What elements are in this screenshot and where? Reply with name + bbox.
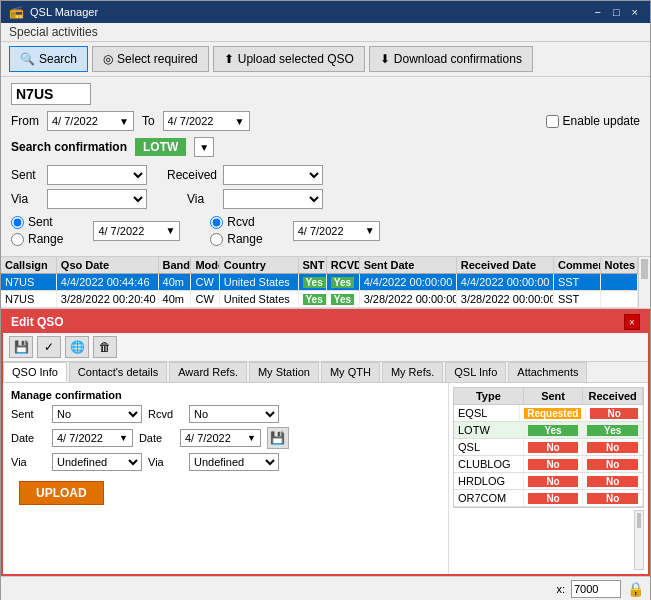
sent-select[interactable] (47, 165, 147, 185)
window-title: QSL Manager (30, 6, 98, 18)
edit-qso-title: Edit QSO (11, 315, 64, 329)
conf-table: Type Sent Received EQSL Requested No LOT… (453, 387, 644, 508)
delete-button[interactable]: 🗑 (93, 336, 117, 358)
table-row[interactable]: N7US 4/4/2022 00:44:46 40m CW United Sta… (1, 274, 638, 291)
tab-qsl-info[interactable]: QSL Info (445, 362, 506, 382)
cell-comment: SST (554, 274, 601, 290)
confirm-button[interactable]: ✓ (37, 336, 61, 358)
menu-item-special[interactable]: Special activities (9, 25, 98, 39)
cell-notes (601, 291, 638, 307)
search-conf-label: Search confirmation (11, 140, 127, 154)
rcvd-date-field[interactable]: ▼ (293, 221, 380, 241)
sent-date-field[interactable]: ▼ (93, 221, 180, 241)
rcvd-date-input[interactable] (298, 225, 363, 237)
conf-cell-rcvd: No (583, 473, 643, 489)
sent-date-input[interactable] (98, 225, 163, 237)
via-rcvd-select[interactable] (223, 189, 323, 209)
web-button[interactable]: 🌐 (65, 336, 89, 358)
conf-cell-type: LOTW (454, 422, 524, 438)
callsign-input[interactable] (11, 83, 91, 105)
date-form-label2: Date (139, 432, 174, 444)
rcvd-radio[interactable] (210, 216, 223, 229)
conf-row-lotw: LOTW Yes Yes (454, 422, 643, 439)
date-rcvd-cal-button[interactable]: ▼ (247, 433, 256, 443)
sent-date-calendar-button[interactable]: ▼ (165, 225, 175, 236)
table-scrollbar[interactable] (638, 257, 650, 308)
freq-input[interactable] (571, 580, 621, 598)
tab-qso-info[interactable]: QSO Info (3, 362, 67, 382)
tab-attachments[interactable]: Attachments (508, 362, 587, 382)
col-callsign: Callsign (1, 257, 57, 273)
sent-form-label: Sent (11, 408, 46, 420)
conf-cell-sent: Yes (524, 422, 584, 438)
save-button[interactable]: 💾 (9, 336, 33, 358)
tab-contacts-details[interactable]: Contact's details (69, 362, 167, 382)
edit-qso-header: Edit QSO × (3, 311, 648, 333)
cell-qsodate: 4/4/2022 00:44:46 (57, 274, 159, 290)
download-confirmations-button[interactable]: ⬇ Download confirmations (369, 46, 533, 72)
tab-my-refs[interactable]: My Refs. (382, 362, 443, 382)
upload-icon: ⬆ (224, 52, 234, 66)
from-date-field[interactable]: ▼ (47, 111, 134, 131)
from-date-input[interactable] (52, 115, 117, 127)
cell-band: 40m (159, 291, 192, 307)
conf-cell-type: OR7COM (454, 490, 524, 506)
conf-cell-sent: No (524, 439, 584, 455)
col-sentdate: Sent Date (360, 257, 457, 273)
rcvd-range-radio[interactable] (210, 233, 223, 246)
col-comment: Comment (554, 257, 601, 273)
conf-scrollbar-thumb (637, 513, 641, 528)
lotw-badge: LOTW (135, 138, 186, 156)
menu-bar: Special activities (1, 23, 650, 42)
conf-scrollbar[interactable] (634, 510, 644, 570)
conf-cell-sent: No (524, 456, 584, 472)
close-button[interactable]: × (628, 6, 642, 18)
conf-cell-type: QSL (454, 439, 524, 455)
rcvd-select[interactable] (223, 165, 323, 185)
conf-row-or7com: OR7COM No No (454, 490, 643, 507)
tab-my-station[interactable]: My Station (249, 362, 319, 382)
manage-conf-label: Manage confirmation (11, 389, 289, 401)
search-panel: From ▼ To ▼ Enable update Search confirm… (1, 77, 650, 257)
via-rcvd-form-select[interactable]: Undefined (189, 453, 279, 471)
date-rcvd-input[interactable] (185, 432, 245, 444)
via-sent-select[interactable] (47, 189, 147, 209)
upload-qso-button[interactable]: ⬆ Upload selected QSO (213, 46, 365, 72)
maximize-button[interactable]: □ (609, 6, 624, 18)
minimize-button[interactable]: − (590, 6, 604, 18)
col-band: Band (159, 257, 192, 273)
cell-mode: CW (191, 291, 219, 307)
edit-qso-close-button[interactable]: × (624, 314, 640, 330)
rcvd-form-select[interactable]: No (189, 405, 279, 423)
date-rcvd-field[interactable]: ▼ (180, 429, 261, 447)
search-button[interactable]: 🔍 Search (9, 46, 88, 72)
conf-cell-rcvd: Yes (583, 422, 643, 438)
conf-dropdown-button[interactable]: ▼ (194, 137, 214, 157)
via-rcvd-label: Via (187, 192, 217, 206)
rcvd-date-calendar-button[interactable]: ▼ (365, 225, 375, 236)
date-sent-cal-button[interactable]: ▼ (119, 433, 128, 443)
sent-form-select[interactable]: No (52, 405, 142, 423)
from-date-calendar-button[interactable]: ▼ (119, 116, 129, 127)
select-required-button[interactable]: ◎ Select required (92, 46, 209, 72)
cell-rcvddate: 3/28/2022 00:00:00 (457, 291, 554, 307)
sent-range-label: Range (28, 232, 63, 246)
tab-my-qth[interactable]: My QTH (321, 362, 380, 382)
to-date-calendar-button[interactable]: ▼ (235, 116, 245, 127)
sent-range-radio[interactable] (11, 233, 24, 246)
to-date-field[interactable]: ▼ (163, 111, 250, 131)
scrollbar-thumb (641, 259, 648, 279)
to-date-input[interactable] (168, 115, 233, 127)
date-sent-field[interactable]: ▼ (52, 429, 133, 447)
edit-toolbar: 💾 ✓ 🌐 🗑 (3, 333, 648, 362)
date-save-button[interactable]: 💾 (267, 427, 289, 449)
table-row[interactable]: N7US 3/28/2022 00:20:40 40m CW United St… (1, 291, 638, 308)
via-sent-form-select[interactable]: Undefined (52, 453, 142, 471)
conf-table-header: Type Sent Received (454, 388, 643, 405)
date-sent-input[interactable] (57, 432, 117, 444)
sent-radio[interactable] (11, 216, 24, 229)
conf-col-sent: Sent (524, 388, 584, 404)
upload-button[interactable]: UPLOAD (19, 481, 104, 505)
tab-award-refs[interactable]: Award Refs. (169, 362, 247, 382)
enable-update-checkbox[interactable] (546, 115, 559, 128)
